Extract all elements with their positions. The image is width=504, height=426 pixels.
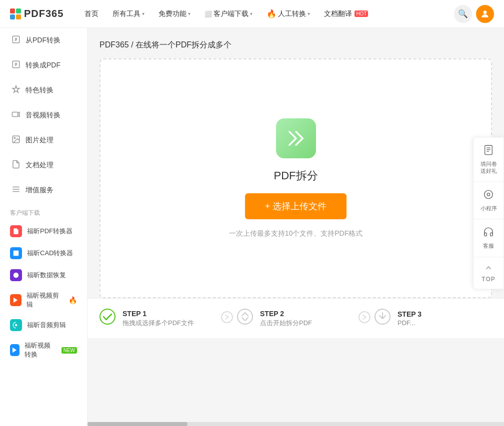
mini-app-button[interactable]: 小程序 <box>474 182 504 220</box>
sidebar-app-pdf-converter[interactable]: 福昕PDF转换器 <box>0 220 87 242</box>
service-label: 客服 <box>483 243 494 250</box>
survey-label: 填问卷送好礼 <box>480 160 497 175</box>
svg-rect-10 <box>14 251 19 256</box>
upload-button[interactable]: + 选择上传文件 <box>245 193 347 219</box>
step-1: STEP 1 拖拽或选择多个PDF文件 <box>100 309 217 328</box>
convert-from-pdf-icon <box>12 35 20 46</box>
sidebar-app-cad-converter[interactable]: 福昕CAD转换器 <box>0 242 87 264</box>
breadcrumb-home[interactable]: PDF365 <box>100 40 129 49</box>
chevron-down-icon: ▾ <box>142 11 144 16</box>
nav-free[interactable]: 免费功能 ▾ <box>152 6 196 21</box>
sidebar-item-doc[interactable]: 文档处理 <box>0 153 87 178</box>
sidebar-label-av: 音视频转换 <box>26 111 60 120</box>
cad-converter-icon <box>10 247 22 259</box>
chevron-down-icon: ▾ <box>308 11 310 16</box>
sidebar-item-special[interactable]: 特色转换 <box>0 78 87 103</box>
sidebar: 从PDF转换 转换成PDF 特色转换 音视频转换 图片处理 <box>0 28 88 426</box>
sidebar-label-to-pdf: 转换成PDF <box>26 61 60 70</box>
step-arrow-1 <box>221 311 233 326</box>
breadcrumb-sep: / <box>131 40 136 49</box>
svg-point-26 <box>484 190 493 199</box>
video-convert-icon <box>10 344 20 356</box>
sidebar-item-image[interactable]: 图片处理 <box>0 128 87 153</box>
cad-converter-label: 福昕CAD转换器 <box>27 249 73 258</box>
svg-marker-4 <box>18 112 20 117</box>
pdf-split-label: PDF拆分 <box>274 168 318 183</box>
nav-menu: 首页 所有工具 ▾ 免费功能 ▾ ⬜ 客户端下载 ▾ 🔥 人工转换 ▾ 文档翻译… <box>78 6 454 21</box>
svg-point-6 <box>14 137 15 138</box>
upload-area: PDF拆分 + 选择上传文件 一次上传最多支持10个文件、支持PDF格式 <box>100 58 492 298</box>
nav-download[interactable]: ⬜ 客户端下载 ▾ <box>198 6 258 21</box>
steps-bar: STEP 1 拖拽或选择多个PDF文件 STEP 2 <box>88 298 504 338</box>
sidebar-label-special: 特色转换 <box>26 86 54 95</box>
content-inner: PDF365 / 在线将一个PDF拆分成多个 PDF拆分 + <box>88 28 504 298</box>
sidebar-item-to-pdf[interactable]: 转换成PDF <box>0 53 87 78</box>
mini-app-label: 小程序 <box>480 205 497 212</box>
nav-translate[interactable]: 文档翻译 HOT <box>318 6 374 21</box>
sidebar-label-doc: 文档处理 <box>26 161 54 170</box>
step2-text: STEP 2 点击开始拆分PDF <box>260 310 312 328</box>
step2-desc: 点击开始拆分PDF <box>260 319 312 328</box>
data-recovery-icon <box>10 269 22 281</box>
sidebar-app-video-editor[interactable]: 福昕视频剪辑 🔥 <box>0 286 87 314</box>
data-recovery-label: 福昕数据恢复 <box>27 271 66 280</box>
hot-badge: HOT <box>354 10 368 17</box>
new-badge: NEW <box>62 347 77 354</box>
step-3: STEP 3 PDF... <box>374 309 492 328</box>
sidebar-item-av[interactable]: 音视频转换 <box>0 103 87 128</box>
step1-text: STEP 1 拖拽或选择多个PDF文件 <box>122 310 194 328</box>
top-label: TOP <box>482 276 495 283</box>
svg-point-18 <box>238 309 252 324</box>
svg-point-19 <box>359 312 370 323</box>
sidebar-section-download: 客户端下载 <box>0 203 87 220</box>
step2-icon <box>237 309 253 328</box>
sidebar-app-video-convert[interactable]: 福昕视频转换 NEW <box>0 336 87 364</box>
video-convert-label: 福昕视频转换 <box>24 341 54 359</box>
pdf-split-icon <box>276 118 316 158</box>
sidebar-item-from-pdf[interactable]: 从PDF转换 <box>0 28 87 53</box>
value-icon <box>12 185 20 196</box>
main-content: PDF365 / 在线将一个PDF拆分成多个 PDF拆分 + <box>88 28 504 426</box>
top-button[interactable]: TOP <box>474 257 504 289</box>
horizontal-scrollbar[interactable] <box>88 422 504 426</box>
svg-marker-14 <box>12 348 16 353</box>
survey-button[interactable]: 填问卷送好礼 <box>474 137 504 182</box>
image-icon <box>12 135 20 146</box>
svg-point-17 <box>222 312 232 323</box>
survey-icon <box>483 144 494 158</box>
convert-to-pdf-icon <box>12 60 20 71</box>
logo-icon <box>10 8 21 19</box>
nav-manual[interactable]: 🔥 人工转换 ▾ <box>260 6 316 21</box>
nav-right: 🔍 <box>454 5 494 23</box>
step3-desc: PDF... <box>398 319 422 327</box>
pdf-converter-icon <box>10 225 22 237</box>
svg-rect-22 <box>485 145 492 154</box>
step-arrow-2 <box>358 311 370 326</box>
nav-home[interactable]: 首页 <box>78 6 104 21</box>
svg-point-0 <box>484 10 487 14</box>
step1-icon <box>100 309 116 328</box>
svg-rect-3 <box>12 112 18 117</box>
page-layout: 从PDF转换 转换成PDF 特色转换 音视频转换 图片处理 <box>0 28 504 426</box>
svg-point-13 <box>15 324 18 327</box>
audio-editor-icon <box>10 319 22 331</box>
flame-icon: 🔥 <box>266 9 276 18</box>
sidebar-app-data-recovery[interactable]: 福昕数据恢复 <box>0 264 87 286</box>
svg-point-11 <box>14 273 19 278</box>
service-button[interactable]: 客服 <box>474 220 504 257</box>
scrollbar-thumb[interactable] <box>88 422 188 426</box>
svg-point-16 <box>100 309 115 324</box>
step3-text: STEP 3 PDF... <box>398 310 422 327</box>
audio-editor-label: 福昕音频剪辑 <box>27 321 66 330</box>
sidebar-item-value[interactable]: 增值服务 <box>0 178 87 203</box>
video-editor-icon <box>10 294 22 306</box>
nav-all-tools[interactable]: 所有工具 ▾ <box>106 6 150 21</box>
sidebar-label-from-pdf: 从PDF转换 <box>26 36 60 45</box>
doc-icon <box>12 160 20 171</box>
user-avatar[interactable] <box>476 5 494 23</box>
search-button[interactable]: 🔍 <box>454 5 472 23</box>
sidebar-app-audio-editor[interactable]: 福昕音频剪辑 <box>0 314 87 336</box>
logo[interactable]: PDF365 <box>10 8 64 19</box>
video-editor-label: 福昕视频剪辑 <box>26 291 64 309</box>
upload-hint: 一次上传最多支持10个文件、支持PDF格式 <box>229 229 363 238</box>
